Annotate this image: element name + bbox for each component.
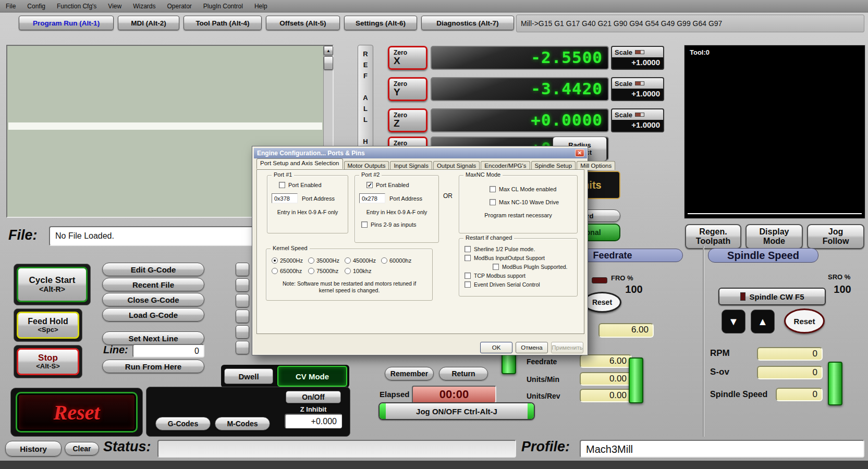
units-min-display[interactable]: 0.00 (580, 372, 632, 386)
cv-mode-indicator[interactable]: CV Mode (277, 366, 347, 387)
menu-function-cfgs[interactable]: Function Cfg's (51, 0, 102, 12)
scale-x-value[interactable]: +1.0000 (612, 57, 663, 68)
feedrate-reset-button[interactable]: Reset (583, 292, 621, 313)
run-from-here-button[interactable]: Run From Here (102, 360, 204, 373)
spindle-slider[interactable] (828, 362, 842, 405)
spindle-up-button[interactable]: ▲ (751, 310, 775, 334)
fro-value-display[interactable]: 6.00 (598, 323, 654, 338)
scrollbar-thumb[interactable] (324, 56, 333, 70)
history-button[interactable]: History (5, 441, 62, 456)
modbus-plugin-checkbox[interactable] (493, 264, 499, 270)
dialog-tab-spindle-setup[interactable]: Spindle Setup (531, 161, 576, 170)
dialog-tab-port-setup[interactable]: Port Setup and Axis Selection (256, 158, 343, 169)
z-inhibit-value[interactable]: +0.000 (285, 414, 342, 428)
spindle-reset-button[interactable]: Reset (784, 308, 825, 334)
rpm-display[interactable]: 0 (757, 347, 823, 361)
aux-button-5[interactable] (236, 325, 249, 339)
regen-toolpath-button[interactable]: Regen. Toolpath (685, 224, 741, 249)
line-field[interactable]: 0 (132, 344, 204, 357)
dro-x[interactable]: -2.5500 (431, 46, 609, 70)
dialog-tab-mill-options[interactable]: Mill Options (577, 161, 615, 170)
port2-enabled-checkbox[interactable] (366, 182, 373, 188)
feedrate-slider[interactable] (629, 357, 643, 403)
clear-button[interactable]: Clear (65, 442, 99, 455)
kernel-25000-radio[interactable] (272, 257, 278, 264)
tab-diagnostics[interactable]: Diagnostics (Alt-7) (421, 16, 514, 30)
dialog-tab-input-signals[interactable]: Input Signals (390, 161, 432, 170)
units-rev-display[interactable]: 0.00 (580, 389, 632, 402)
dialog-tab-encoder-mpgs[interactable]: Encoder/MPG's (481, 161, 530, 170)
menu-config[interactable]: Config (21, 0, 51, 12)
dwell-button[interactable]: Dwell (224, 368, 273, 384)
onoff-button[interactable]: On/Off (286, 391, 341, 403)
stop-button[interactable]: Stop <Alt-S> (17, 348, 79, 375)
zero-x-button[interactable]: Zero X (388, 46, 427, 70)
dialog-tab-output-signals[interactable]: Output Signals (433, 161, 480, 170)
return-button[interactable]: Return (439, 367, 488, 380)
kernel-65000-radio[interactable] (272, 268, 278, 274)
remember-button[interactable]: Remember (385, 367, 434, 380)
tab-mdi[interactable]: MDI (Alt-2) (118, 16, 179, 30)
dro-y[interactable]: -3.4420 (431, 77, 609, 101)
reset-button[interactable]: Reset (16, 392, 138, 433)
pins-2-9-checkbox[interactable] (361, 221, 368, 228)
menu-view[interactable]: View (102, 0, 127, 12)
sov-display[interactable]: 0 (757, 366, 823, 379)
edit-gcode-button[interactable]: Edit G-Code (102, 263, 204, 276)
port1-address-input[interactable]: 0x378 (272, 193, 298, 203)
jog-follow-button[interactable]: Jog Follow (807, 224, 864, 249)
menu-operator[interactable]: Operator (162, 0, 198, 12)
close-gcode-button[interactable]: Close G-Code (102, 293, 204, 306)
kernel-35000-radio[interactable] (308, 257, 314, 264)
spindle-speed-display[interactable]: 0 (776, 388, 823, 401)
aux-button-2[interactable] (236, 278, 249, 292)
aux-button-1[interactable] (236, 263, 249, 276)
kernel-100khz-radio[interactable] (345, 268, 351, 274)
dialog-close-button[interactable]: ✕ (575, 149, 584, 157)
feedrate-value-display[interactable]: 6.00 (580, 354, 632, 368)
port2-address-input[interactable]: 0x278 (359, 193, 385, 203)
tcp-modbus-checkbox[interactable] (464, 273, 471, 279)
dialog-tab-motor-outputs[interactable]: Motor Outputs (344, 161, 389, 170)
set-next-line-button[interactable]: Set Next Line (102, 331, 204, 345)
jog-toggle-button[interactable]: Jog ON/OFF Ctrl-Alt-J (378, 402, 535, 420)
dialog-ok-button[interactable]: OK (480, 342, 512, 353)
display-mode-button[interactable]: Display Mode (745, 224, 803, 249)
gcodes-button[interactable]: G-Codes (155, 417, 211, 430)
kernel-45000-radio[interactable] (345, 257, 351, 264)
aux-button-4[interactable] (236, 310, 249, 323)
spindle-down-button[interactable]: ▼ (722, 310, 745, 334)
scroll-up-button[interactable]: ▲ (324, 46, 333, 55)
event-serial-checkbox[interactable] (464, 281, 471, 288)
kernel-60000-radio[interactable] (381, 257, 387, 264)
mcodes-button[interactable]: M-Codes (215, 417, 270, 430)
tab-offsets[interactable]: Offsets (Alt-5) (266, 16, 340, 30)
menu-plugin-control[interactable]: PlugIn Control (198, 0, 249, 12)
aux-button-6[interactable] (236, 341, 249, 354)
zero-z-button[interactable]: Zero Z (388, 108, 427, 132)
scale-y-value[interactable]: +1.0000 (612, 89, 663, 99)
menu-help[interactable]: Help (249, 0, 273, 12)
max-cl-checkbox[interactable] (490, 186, 496, 192)
tab-program-run[interactable]: Program Run (Alt-1) (19, 16, 114, 30)
kernel-75000-radio[interactable] (308, 268, 314, 274)
tab-settings[interactable]: Settings (Alt-6) (344, 16, 417, 30)
modbus-io-checkbox[interactable] (464, 255, 471, 261)
load-gcode-button[interactable]: Load G-Code (102, 308, 204, 322)
menu-file[interactable]: File (0, 0, 21, 12)
tab-tool-path[interactable]: Tool Path (Alt-4) (184, 16, 262, 30)
aux-button-3[interactable] (236, 294, 249, 307)
scale-z-value[interactable]: +1.0000 (612, 120, 663, 130)
spindle-cw-button[interactable]: Spindle CW F5 (718, 288, 826, 305)
cycle-start-button[interactable]: Cycle Start <Alt-R> (17, 267, 88, 302)
max-nc10-checkbox[interactable] (490, 199, 496, 205)
zero-y-button[interactable]: Zero Y (388, 77, 427, 101)
feed-hold-button[interactable]: Feed Hold <Spc> (17, 312, 79, 339)
sro-percent[interactable]: 100 (828, 283, 857, 295)
dialog-cancel-button[interactable]: Отмена (516, 342, 548, 353)
menu-wizards[interactable]: Wizards (127, 0, 161, 12)
toolpath-display[interactable]: Tool:0 (684, 45, 865, 219)
sherline-checkbox[interactable] (464, 246, 471, 252)
fro-percent[interactable]: 100 (619, 283, 649, 295)
dialog-title-bar[interactable]: Engine Configuration... Ports & Pins (254, 148, 587, 158)
